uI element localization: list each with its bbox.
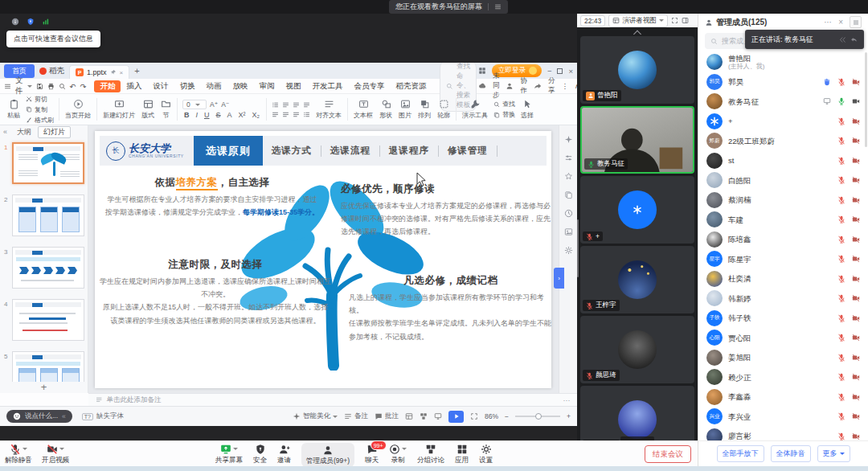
more-icon[interactable]: ⋮ — [561, 82, 568, 90]
menu-tab-切换[interactable]: 切换 — [174, 80, 200, 92]
font-shrink-button[interactable]: A⁻ — [221, 100, 229, 109]
preview-icon[interactable] — [59, 83, 66, 90]
format-button[interactable]: S — [215, 111, 223, 119]
menu-tab-稻壳资源[interactable]: 稻壳资源 — [390, 80, 432, 92]
toolbar-设置-button[interactable]: 设置 — [479, 443, 493, 465]
normal-view-icon[interactable] — [405, 412, 413, 420]
font-size-select[interactable]: 0 — [182, 100, 207, 109]
member-row-教务马征[interactable]: 教务马征 — [698, 92, 868, 112]
menu-tab-插入[interactable]: 插入 — [121, 80, 147, 92]
paste-button[interactable]: 粘贴 — [4, 99, 23, 120]
align-text-button[interactable]: 对齐文本 — [313, 99, 345, 120]
copy-button[interactable]: 复制 — [26, 105, 54, 114]
wps-docer-tab[interactable]: 稻壳 — [39, 66, 64, 76]
fit-window-icon[interactable] — [470, 412, 478, 420]
panel-menu-icon[interactable] — [850, 16, 862, 28]
slide-canvas[interactable]: 长 长安大学 CHANG'AN UNIVERSITY 选课原则选课方式选课流程退… — [95, 131, 551, 388]
member-row-陈星宇[interactable]: 星宇陈星宇 — [698, 249, 868, 269]
print-icon[interactable] — [47, 83, 55, 90]
pin-icon[interactable] — [110, 69, 117, 76]
menu-tab-动画[interactable]: 动画 — [200, 80, 227, 92]
cut-button[interactable]: 剪切 — [26, 95, 54, 104]
member-row-姜旭阳[interactable]: 姜旭阳 — [698, 348, 868, 368]
save-icon[interactable] — [36, 83, 43, 90]
encryption-shield-icon[interactable] — [27, 18, 35, 26]
line-spacing-icon[interactable] — [303, 101, 310, 109]
align-right-icon[interactable] — [293, 111, 300, 118]
footer-全部手放下-button[interactable]: 全部手放下 — [717, 445, 764, 462]
new-slide-button[interactable]: 新建幻灯片 — [100, 99, 138, 120]
play-from-current-button[interactable]: 当页开始 — [62, 99, 94, 120]
present-tools-button[interactable]: 演示工具 — [459, 99, 491, 120]
toolbar-聊天-button[interactable]: 99+聊天 — [365, 443, 379, 465]
fullscreen-icon[interactable] — [671, 17, 678, 24]
network-signal-icon[interactable] — [42, 18, 50, 26]
member-row-曾艳阳[interactable]: 曾艳阳(主持人、我) — [698, 52, 868, 72]
format-painter-button[interactable]: 格式刷 — [26, 116, 54, 125]
indent-icon[interactable] — [293, 101, 300, 109]
layout-button[interactable]: 版式 — [138, 99, 158, 120]
footer-全体静音-button[interactable]: 全体静音 — [771, 445, 811, 462]
video-tile-曾艳阳[interactable]: 曾艳阳 — [580, 36, 694, 104]
member-row-蔡润楠[interactable]: 蔡润楠 — [698, 190, 868, 211]
panel-close-icon[interactable]: × — [838, 18, 843, 27]
zoom-slider[interactable] — [515, 416, 560, 417]
end-meeting-button[interactable]: 结束会议 — [645, 445, 691, 463]
slide-thumbnail-5[interactable]: 5 — [0, 351, 88, 382]
toolbar-应用-button[interactable]: 应用 — [455, 443, 469, 465]
align-center-icon[interactable] — [282, 111, 289, 118]
bullet-list-icon[interactable] — [272, 101, 279, 109]
member-row-郭昊[interactable]: 郭昊郭昊 — [698, 72, 868, 92]
panel-more-icon[interactable]: ⋯ — [824, 18, 832, 27]
member-list-scrollbar[interactable] — [865, 52, 867, 147]
menu-tab-审阅[interactable]: 审阅 — [253, 80, 280, 92]
undo-icon[interactable]: ↶ — [70, 82, 76, 91]
member-row-李鑫淼[interactable]: 李鑫淼 — [698, 387, 868, 408]
video-tile-教务马征[interactable]: 教务马征 — [580, 106, 694, 174]
zoom-level[interactable]: 86% — [485, 412, 498, 420]
menu-tab-视图[interactable]: 视图 — [280, 80, 306, 92]
slider-icon[interactable] — [564, 154, 573, 162]
gear-icon[interactable] — [564, 246, 573, 255]
toolbar-邀请-button[interactable]: 邀请 — [277, 443, 291, 465]
member-row-st[interactable]: st — [698, 151, 868, 171]
member-row-贾心阳[interactable]: 心阳贾心阳 — [698, 328, 868, 348]
video-tile-邵怡阳[interactable]: 邵怡阳 — [580, 386, 694, 440]
member-row-韩子轶[interactable]: 子轶韩子轶 — [698, 309, 868, 329]
toolbar-分组讨论-button[interactable]: 分组讨论 — [417, 443, 444, 465]
font-grow-button[interactable]: A⁺ — [210, 100, 218, 109]
outline-button[interactable]: 轮廓 — [434, 99, 453, 120]
replace-button[interactable]: 替换 — [493, 110, 515, 119]
format-button[interactable]: A — [226, 111, 234, 119]
reading-view-icon[interactable] — [434, 412, 442, 420]
reply-icon[interactable] — [850, 36, 858, 43]
member-row-22级工班郑蔚[interactable]: 郑蔚22级工班郑蔚 — [698, 131, 868, 151]
menu-tab-开发工具[interactable]: 开发工具 — [306, 80, 348, 92]
video-tile-颜思琦[interactable]: 颜思琦 — [580, 316, 694, 383]
help-icon[interactable] — [564, 209, 573, 218]
share-icon[interactable] — [534, 82, 542, 90]
member-row-白皓阳[interactable]: 白皓阳 — [698, 170, 868, 190]
zoom-in-icon[interactable]: + — [567, 412, 571, 420]
collapse-panel-icon[interactable]: « — [3, 128, 7, 136]
star-icon[interactable] — [564, 172, 573, 181]
file-menu[interactable]: 文件 ↶ ↷ — [4, 76, 86, 96]
banner-menu-icon[interactable] — [494, 3, 502, 10]
format-button[interactable]: X₂ — [251, 111, 262, 119]
image-icon[interactable] — [564, 227, 573, 236]
zoom-out-icon[interactable]: − — [505, 412, 509, 420]
menu-tab-开始[interactable]: 开始 — [94, 80, 121, 92]
video-tile-王梓宇[interactable]: 王梓宇 — [580, 246, 694, 313]
member-row-赖少正[interactable]: 赖少正 — [698, 367, 868, 387]
align-left-icon[interactable] — [272, 111, 279, 118]
missing-font-warning[interactable]: T?缺失字体 — [82, 412, 124, 421]
copy-icon[interactable] — [564, 190, 573, 199]
slide-thumbnail-3[interactable]: 3 — [0, 247, 88, 295]
toolbar-安全-button[interactable]: 安全 — [253, 443, 267, 465]
format-button[interactable]: U — [203, 111, 211, 119]
format-button[interactable]: B — [182, 111, 191, 119]
collaborate-icon[interactable] — [506, 82, 514, 90]
member-row-陈培鑫[interactable]: 陈培鑫 — [698, 230, 868, 250]
slides-tab[interactable]: 幻灯片 — [38, 126, 71, 138]
numbered-list-icon[interactable] — [282, 101, 289, 109]
